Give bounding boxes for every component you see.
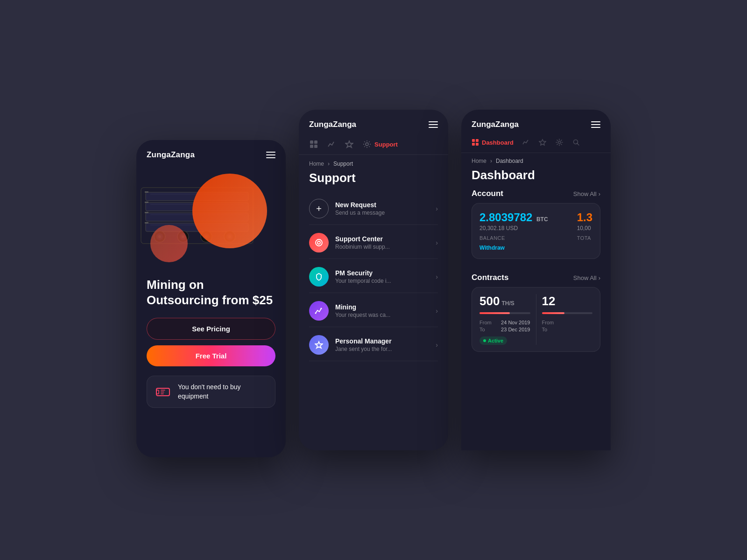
- nav-chart-icon[interactable]: [327, 140, 336, 149]
- svg-rect-27: [310, 140, 313, 144]
- chevron-right-icon-5: ›: [436, 341, 438, 349]
- ph2-logo: ZungaZanga: [309, 120, 356, 129]
- nav-support-icon-active[interactable]: Support: [380, 140, 389, 149]
- contract-2-from-row: From: [542, 320, 593, 325]
- free-trial-button[interactable]: Free Trial: [147, 345, 275, 366]
- ph3-header: ZungaZanga: [461, 110, 611, 134]
- account-title: Account: [472, 189, 503, 198]
- contract-2: 12 From To: [542, 294, 593, 345]
- pm-security-icon: [309, 267, 329, 287]
- progress-bar-bg-2: [542, 312, 593, 314]
- svg-rect-43: [476, 139, 479, 142]
- phone-dashboard: ZungaZanga Dashboard: [461, 110, 611, 450]
- ph1-header: ZungaZanga: [136, 140, 286, 164]
- nav-settings-icon[interactable]: [362, 140, 372, 149]
- ph1-logo: ZungaZanga: [147, 150, 195, 160]
- active-dot: [483, 339, 486, 342]
- orange-sub: 10,00: [577, 225, 592, 231]
- ph3-logo: ZungaZanga: [472, 120, 519, 129]
- svg-rect-18: [145, 202, 148, 203]
- see-pricing-button[interactable]: See Pricing: [147, 318, 275, 340]
- svg-rect-17: [145, 191, 148, 193]
- ph2-breadcrumb: Home › Support: [299, 155, 448, 169]
- support-item-personal-manager[interactable]: Personal Manager Jane sent you the for..…: [309, 329, 438, 361]
- from-date: 24 Nov 2019: [501, 320, 530, 325]
- support-center-info: Support Center Roobinium will supp...: [335, 235, 429, 250]
- balance-label: BALANCE: [479, 235, 548, 241]
- purple-blob-decoration: [150, 225, 188, 262]
- from-label: From: [479, 320, 492, 325]
- progress-bar-fill-1: [479, 312, 510, 314]
- mining-info: Mining Your request was ca...: [335, 303, 429, 318]
- ph3-hamburger-icon[interactable]: [591, 121, 600, 128]
- active-badge: Active: [479, 336, 507, 345]
- to-label: To: [479, 327, 485, 332]
- ph1-feature-card: You don't need to buy equipment: [147, 376, 275, 408]
- hamburger-menu-icon[interactable]: [266, 152, 275, 158]
- support-center-icon: [309, 233, 329, 252]
- ph3-nav-star-icon[interactable]: [538, 138, 547, 147]
- orange-amount: 1.3: [577, 211, 592, 224]
- support-list: New Request Send us a message › Support …: [299, 193, 448, 361]
- chevron-right-icon-3: ›: [436, 273, 438, 280]
- mining-sub: Your request was ca...: [335, 312, 429, 318]
- ph2-hamburger-icon[interactable]: [429, 121, 438, 128]
- btc-label: BTC: [536, 216, 548, 223]
- chevron-right-icon-2: ›: [436, 239, 438, 246]
- ph3-page-title: Dashboard: [461, 166, 611, 189]
- contract-1-to-row: To 23 Dec 2019: [479, 327, 530, 332]
- ph2-nav: Support: [299, 136, 448, 155]
- svg-point-40: [321, 308, 322, 309]
- contracts-show-all-button[interactable]: Show All ›: [573, 274, 600, 281]
- to-date: 23 Dec 2019: [501, 327, 530, 332]
- active-text: Active: [488, 338, 503, 343]
- phone-support: ZungaZanga: [299, 110, 448, 450]
- nav-item-dashboard[interactable]: Dashboard: [472, 139, 514, 146]
- account-show-all-button[interactable]: Show All ›: [573, 190, 600, 197]
- svg-point-47: [558, 141, 560, 144]
- contract-2-to-row: To: [542, 327, 593, 332]
- ph2-header: ZungaZanga: [299, 110, 448, 136]
- svg-rect-28: [314, 140, 317, 144]
- svg-rect-42: [472, 139, 475, 142]
- contracts-section-header: Contracts Show All ›: [461, 266, 611, 287]
- ph3-nav-chart-icon[interactable]: [521, 138, 530, 147]
- progress-bar-fill-2: [542, 312, 565, 314]
- c2-to-label: To: [542, 327, 548, 332]
- support-item-center[interactable]: Support Center Roobinium will supp... ›: [309, 227, 438, 259]
- svg-marker-41: [315, 342, 323, 348]
- svg-marker-31: [345, 141, 353, 147]
- pm-security-sub: Your temporal code i...: [335, 278, 429, 284]
- phones-container: ZungaZanga: [136, 103, 611, 457]
- ph1-title: Mining on Outsourcing from $25: [147, 277, 275, 308]
- svg-point-38: [317, 241, 320, 244]
- ph3-nav-settings-icon[interactable]: [555, 138, 564, 147]
- contract-1-from-row: From 24 Nov 2019: [479, 320, 530, 325]
- dashboard-nav-label: Dashboard: [482, 139, 514, 146]
- nav-support-label: Support: [374, 141, 398, 148]
- account-balance-col: 2.8039782 BTC 20,302.18 USD BALANCE With…: [479, 211, 548, 251]
- support-item-mining[interactable]: Mining Your request was ca... ›: [309, 295, 438, 327]
- svg-line-49: [577, 144, 579, 146]
- contract-1: 500 TH/S From 24 Nov 2019 To 23 Dec 2019: [479, 294, 530, 345]
- support-item-new-request[interactable]: New Request Send us a message ›: [309, 193, 438, 225]
- support-item-pm-security[interactable]: PM Security Your temporal code i... ›: [309, 261, 438, 293]
- ph2-page-title: Support: [299, 169, 448, 193]
- hash-rate-1: 500 TH/S: [479, 294, 530, 308]
- account-card: 2.8039782 BTC 20,302.18 USD BALANCE With…: [472, 203, 600, 259]
- ph3-nav: Dashboard: [461, 134, 611, 153]
- svg-point-39: [315, 313, 317, 314]
- ph3-nav-search-icon[interactable]: [571, 138, 581, 147]
- new-request-info: New Request Send us a message: [335, 201, 429, 216]
- pm-security-info: PM Security Your temporal code i...: [335, 269, 429, 284]
- support-center-sub: Roobinium will supp...: [335, 244, 429, 250]
- svg-point-32: [366, 143, 368, 146]
- withdraw-link[interactable]: Withdraw: [479, 245, 548, 251]
- nav-dashboard-icon[interactable]: [309, 140, 318, 149]
- breadcrumb-current: Support: [333, 161, 353, 167]
- nav-star-icon[interactable]: [345, 140, 354, 149]
- ph3-breadcrumb: Home › Dashboard: [461, 153, 611, 166]
- svg-marker-46: [539, 140, 546, 145]
- chevron-right-icon-4: ›: [436, 307, 438, 315]
- contracts-section: Contracts Show All › 500 TH/S: [461, 266, 611, 352]
